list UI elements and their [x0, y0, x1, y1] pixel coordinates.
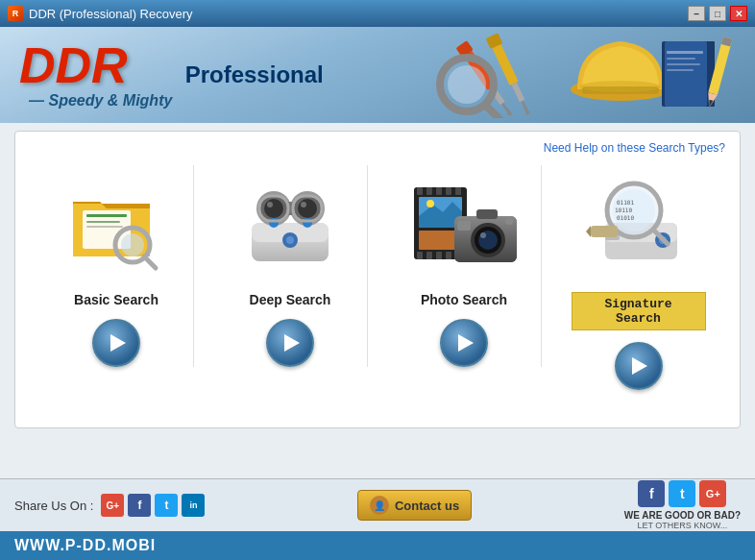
contact-us-button[interactable]: 👤 Contact us: [357, 490, 472, 521]
signature-search-icon: 01101 10110 01010: [581, 165, 696, 280]
titlebar: R DDR (Professional) Recovery – □ ✕: [0, 0, 755, 27]
svg-rect-55: [455, 187, 461, 195]
basic-search-label: Basic Search: [74, 292, 158, 307]
deep-search-play-button[interactable]: [266, 319, 314, 367]
rating-icons: f t G+: [638, 480, 726, 507]
svg-rect-53: [436, 187, 442, 195]
svg-rect-51: [417, 187, 423, 195]
facebook-rating-icon[interactable]: f: [638, 480, 665, 507]
help-link[interactable]: Need Help on these Search Types?: [544, 141, 725, 155]
header-tools-illustration: [409, 32, 736, 118]
linkedin-share-icon[interactable]: in: [182, 494, 205, 517]
app-icon: R: [8, 6, 23, 21]
main-content: Need Help on these Search Types?: [0, 123, 755, 478]
titlebar-controls: – □ ✕: [688, 6, 747, 21]
svg-point-13: [580, 81, 661, 92]
facebook-share-icon[interactable]: f: [128, 494, 151, 517]
header-banner: DDR Professional — Speedy & Mighty: [0, 27, 755, 123]
svg-point-44: [301, 202, 306, 207]
svg-line-31: [144, 256, 156, 268]
svg-rect-18: [667, 58, 695, 60]
svg-point-43: [298, 199, 317, 218]
basic-search-play-button[interactable]: [92, 319, 140, 367]
svg-rect-71: [457, 221, 471, 231]
deep-search-item: Deep Search: [214, 165, 368, 367]
footer-url[interactable]: WWW.P-DD.MOBI: [14, 537, 156, 554]
svg-text:01101: 01101: [617, 199, 634, 206]
search-panel: Need Help on these Search Types?: [14, 131, 741, 428]
svg-rect-26: [86, 214, 127, 217]
svg-point-9: [448, 65, 486, 104]
signature-search-play-button[interactable]: [615, 342, 663, 390]
svg-text:01010: 01010: [617, 214, 634, 221]
contact-icon: 👤: [370, 496, 389, 515]
svg-rect-19: [667, 63, 700, 65]
svg-point-72: [505, 217, 513, 225]
signature-search-label: Signature Search: [572, 292, 706, 330]
twitter-share-icon[interactable]: t: [155, 494, 178, 517]
photo-search-play-button[interactable]: [440, 319, 488, 367]
svg-line-10: [486, 106, 505, 118]
contact-label: Contact us: [395, 499, 459, 513]
logo-professional: Professional: [185, 61, 324, 88]
photo-search-item: Photo Search: [388, 165, 542, 367]
deep-search-icon: [232, 165, 348, 280]
svg-point-62: [426, 200, 434, 207]
svg-point-30: [121, 233, 144, 256]
svg-rect-6: [512, 83, 525, 103]
logo-ddr: DDR: [19, 40, 128, 90]
share-section: Share Us On : G+ f t in: [14, 494, 205, 517]
svg-point-70: [480, 232, 486, 238]
svg-rect-54: [446, 187, 451, 195]
rating-text: WE ARE GOOD OR BAD? LET OTHERS KNOW...: [624, 510, 741, 530]
search-items-container: Basic Search: [30, 146, 725, 415]
header-logo: DDR Professional — Speedy & Mighty: [19, 40, 324, 110]
svg-rect-27: [86, 221, 120, 223]
maximize-button[interactable]: □: [709, 6, 726, 21]
svg-text:10110: 10110: [615, 207, 632, 213]
google-rating-icon[interactable]: G+: [699, 480, 726, 507]
basic-search-icon: [59, 165, 174, 280]
svg-rect-59: [446, 252, 451, 259]
svg-rect-57: [426, 252, 432, 259]
svg-point-40: [267, 202, 273, 207]
photo-search-icon: [406, 165, 522, 280]
logo-tagline: — Speedy & Mighty: [29, 92, 324, 110]
twitter-rating-icon[interactable]: t: [669, 480, 695, 507]
svg-marker-7: [521, 100, 530, 114]
google-share-icon[interactable]: G+: [101, 494, 124, 517]
deep-search-label: Deep Search: [250, 292, 331, 307]
window-title: DDR (Professional) Recovery: [29, 7, 193, 21]
svg-rect-56: [417, 252, 423, 259]
tools-svg: [409, 32, 736, 118]
footer: WWW.P-DD.MOBI: [0, 531, 755, 560]
minimize-button[interactable]: –: [688, 6, 705, 21]
svg-rect-17: [667, 51, 703, 54]
share-label: Share Us On :: [14, 499, 93, 513]
svg-rect-66: [476, 209, 498, 219]
signature-search-item: 01101 10110 01010 Signature Search: [562, 165, 716, 390]
titlebar-left: R DDR (Professional) Recovery: [8, 6, 193, 21]
svg-rect-28: [86, 226, 123, 228]
svg-point-36: [286, 236, 294, 244]
photo-search-label: Photo Search: [421, 292, 507, 307]
close-button[interactable]: ✕: [730, 6, 747, 21]
svg-marker-85: [586, 226, 591, 237]
rating-section: f t G+ WE ARE GOOD OR BAD? LET OTHERS KN…: [624, 480, 741, 530]
svg-point-39: [264, 199, 283, 218]
svg-rect-58: [436, 252, 442, 259]
bottom-bar: Share Us On : G+ f t in 👤 Contact us f t…: [0, 478, 755, 531]
social-icons: G+ f t in: [101, 494, 205, 517]
svg-rect-52: [426, 187, 432, 195]
basic-search-item: Basic Search: [40, 165, 194, 367]
svg-rect-84: [591, 226, 618, 237]
svg-marker-3: [501, 102, 513, 116]
svg-rect-20: [667, 69, 694, 71]
